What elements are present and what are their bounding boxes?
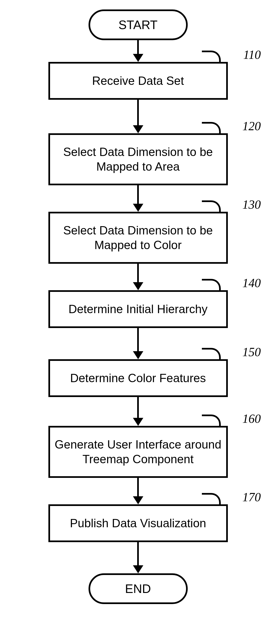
arrow — [133, 328, 143, 359]
start-terminator: START — [88, 10, 188, 40]
ref-120: 120 — [243, 119, 261, 133]
ref-150: 150 — [243, 345, 261, 359]
step-130: 130 Select Data Dimension to be Mapped t… — [48, 212, 228, 264]
process-label: Select Data Dimension to be Mapped to Co… — [63, 223, 213, 253]
process-box: Publish Data Visualization — [48, 504, 228, 542]
arrow — [133, 100, 143, 133]
step-170: 170 Publish Data Visualization — [48, 504, 228, 542]
arrow — [133, 478, 143, 504]
arrow — [133, 264, 143, 290]
step-140: 140 Determine Initial Hierarchy — [48, 290, 228, 328]
process-box: Select Data Dimension to be Mapped to Co… — [48, 212, 228, 264]
process-label: Select Data Dimension to be Mapped to Ar… — [63, 145, 213, 174]
step-110: 110 Receive Data Set — [48, 62, 228, 100]
arrow — [133, 542, 143, 573]
process-label: Determine Color Features — [70, 371, 206, 386]
ref-130: 130 — [243, 198, 261, 212]
start-label: START — [119, 18, 158, 32]
end-terminator: END — [88, 573, 188, 604]
end-label: END — [125, 582, 151, 596]
ref-110: 110 — [243, 48, 261, 62]
step-120: 120 Select Data Dimension to be Mapped t… — [48, 133, 228, 185]
arrow — [133, 40, 143, 62]
process-box: Select Data Dimension to be Mapped to Ar… — [48, 133, 228, 185]
process-box: Receive Data Set — [48, 62, 228, 100]
process-label: Determine Initial Hierarchy — [68, 302, 208, 317]
process-label: Receive Data Set — [92, 74, 184, 88]
process-label: Generate User Interface around Treemap C… — [55, 437, 222, 467]
ref-160: 160 — [243, 412, 261, 426]
process-box: Determine Color Features — [48, 359, 228, 397]
arrow — [133, 185, 143, 212]
process-label: Publish Data Visualization — [70, 516, 206, 531]
flowchart: START 110 Receive Data Set 120 Select Da… — [48, 10, 228, 604]
arrow — [133, 397, 143, 426]
process-box: Determine Initial Hierarchy — [48, 290, 228, 328]
ref-140: 140 — [243, 276, 261, 290]
ref-170: 170 — [243, 490, 261, 504]
step-150: 150 Determine Color Features — [48, 359, 228, 397]
process-box: Generate User Interface around Treemap C… — [48, 426, 228, 478]
step-160: 160 Generate User Interface around Treem… — [48, 426, 228, 478]
